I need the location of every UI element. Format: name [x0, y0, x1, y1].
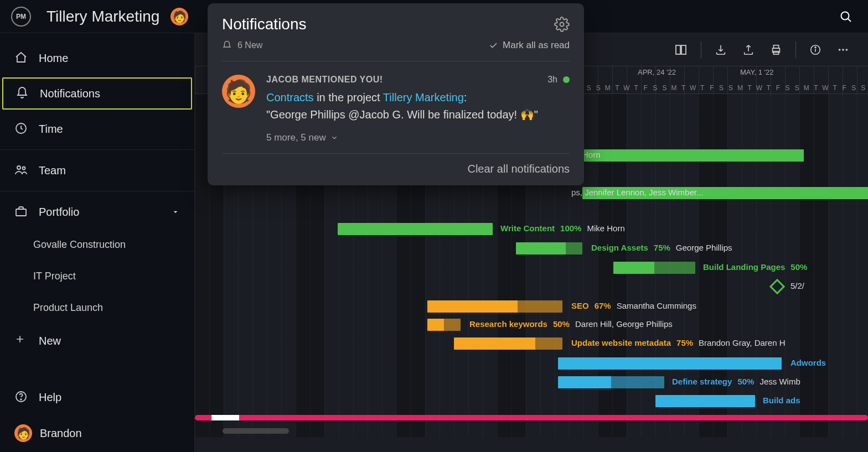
sidebar-label: Notifications [40, 87, 100, 100]
sidebar-item-portfolio[interactable]: Portfolio [0, 195, 194, 229]
sidebar-sub-label: Govalle Construction [33, 239, 126, 251]
notification-quote: "George Phillips @Jacob G. Will be final… [266, 108, 538, 121]
sidebar-item-itproject[interactable]: IT Project [0, 261, 194, 292]
user-avatar-icon: 🧑 [14, 424, 32, 442]
gantt-bar[interactable] [655, 395, 755, 407]
notification-link-contracts[interactable]: Contracts [266, 91, 314, 103]
gantt-bar[interactable] [516, 242, 582, 254]
sidebar-sub-label: Product Launch [33, 302, 103, 314]
svg-rect-11 [773, 45, 778, 48]
sidebar-label: Home [39, 52, 68, 65]
gear-icon[interactable] [554, 17, 570, 32]
notification-text-tail: : [464, 91, 467, 103]
gantt-day-label: M [802, 84, 811, 92]
gantt-day-label: S [792, 84, 802, 92]
gantt-bar-label: Write Content100%Mike Horn [500, 224, 625, 233]
gantt-bar[interactable] [558, 357, 782, 370]
gantt-bar-label: SEO67%Samantha Cummings [571, 301, 696, 310]
gantt-bar[interactable] [558, 376, 664, 388]
upload-icon[interactable] [740, 41, 757, 58]
sidebar-item-productlaunch[interactable]: Product Launch [0, 292, 194, 324]
mark-all-read-button[interactable]: Mark all as read [488, 40, 570, 51]
notification-text-mid: in the project [314, 91, 383, 103]
gantt-day-label: S [783, 84, 792, 92]
print-icon[interactable] [768, 41, 784, 58]
gantt-bar-label: Design Assets75%George Phillips [591, 243, 732, 252]
gantt-day-label: S [593, 84, 603, 92]
gantt-bar[interactable] [338, 223, 493, 235]
horizontal-scrollbar[interactable] [223, 428, 289, 434]
plus-icon [14, 334, 29, 348]
notification-more-label: 5 more, 5 new [266, 132, 326, 143]
sidebar-label: Help [39, 391, 61, 404]
sidebar-user[interactable]: 🧑 Brandon [0, 414, 194, 452]
sidebar-item-new[interactable]: New [0, 324, 194, 358]
gantt-day-label: F [707, 84, 716, 92]
gantt-bar-label: Build Landing Pages50% [703, 262, 807, 272]
chevron-down-icon [171, 207, 180, 216]
gantt-day-label: S [849, 84, 859, 92]
more-icon[interactable] [835, 41, 851, 58]
notification-mention: JACOB MENTIONED YOU! [266, 75, 383, 85]
gantt-day-label: S [859, 84, 868, 92]
milestone-icon[interactable] [769, 279, 785, 294]
sidebar-sub-label: IT Project [33, 271, 76, 282]
gantt-bar-label: Update website metadata75%Brandon Gray, … [571, 338, 786, 347]
header-avatar[interactable]: 🧑 [170, 8, 188, 25]
gantt-day-label: M [669, 84, 679, 92]
gantt-bar-label: Research keywords50%Daren Hill, George P… [469, 319, 673, 329]
gantt-day-label: M [736, 84, 745, 92]
gantt-bar[interactable] [454, 337, 562, 350]
notification-link-project[interactable]: Tillery Marketing [383, 91, 464, 103]
gantt-bar[interactable] [613, 262, 695, 274]
gantt-day-label: T [698, 84, 707, 92]
notification-time: 3h [547, 75, 557, 85]
unread-dot-icon [563, 76, 570, 83]
gantt-day-label: S [584, 84, 593, 92]
check-icon [488, 40, 498, 50]
notification-avatar: 🧑 [222, 75, 255, 108]
info-icon[interactable] [807, 41, 824, 58]
sidebar-item-govalle[interactable]: Govalle Construction [0, 229, 194, 261]
gantt-day-label: M [603, 84, 612, 92]
timeline-marker [195, 415, 868, 420]
notifications-new-count: 6 New [222, 40, 262, 50]
sidebar-label: New [39, 335, 61, 347]
gantt-bar-label: Build ads [763, 396, 800, 405]
sidebar-label: Time [39, 123, 63, 136]
sidebar-item-notifications[interactable]: Notifications [2, 77, 192, 110]
svg-point-15 [839, 49, 841, 51]
toolbar-view-icon[interactable] [672, 41, 690, 59]
gantt-day-label: W [688, 84, 698, 92]
svg-rect-5 [16, 209, 26, 216]
svg-point-17 [846, 49, 848, 51]
notification-item[interactable]: 🧑 JACOB MENTIONED YOU! 3h Contracts in t… [222, 61, 570, 154]
sidebar-item-home[interactable]: Home [0, 41, 194, 75]
chevron-down-icon [330, 134, 338, 142]
gantt-bar[interactable] [566, 149, 804, 162]
gantt-day-label: S [726, 84, 736, 92]
search-icon[interactable] [835, 6, 857, 28]
svg-rect-12 [773, 51, 778, 54]
download-icon[interactable] [712, 41, 729, 58]
gantt-month-label: APR, 24 '22 [638, 68, 676, 76]
gantt-bar[interactable] [427, 319, 461, 331]
team-icon [14, 163, 29, 178]
help-icon [14, 390, 29, 404]
svg-point-3 [17, 166, 20, 169]
gantt-day-label: T [745, 84, 755, 92]
notification-more-button[interactable]: 5 more, 5 new [266, 132, 570, 143]
briefcase-icon [14, 205, 29, 219]
bell-icon [222, 40, 232, 50]
gantt-day-label: W [755, 84, 764, 92]
project-title: Tillery Marketing [46, 8, 159, 25]
gantt-day-label: T [830, 84, 840, 92]
sidebar-item-team[interactable]: Team [0, 153, 194, 188]
sidebar-item-help[interactable]: Help [0, 380, 194, 414]
svg-rect-8 [676, 45, 680, 54]
clear-all-notifications-button[interactable]: Clear all notifications [467, 163, 570, 175]
bell-icon [16, 86, 30, 101]
sidebar-item-time[interactable]: Time [0, 112, 194, 146]
gantt-bar[interactable] [427, 300, 562, 313]
app-logo[interactable]: PM [11, 7, 31, 27]
